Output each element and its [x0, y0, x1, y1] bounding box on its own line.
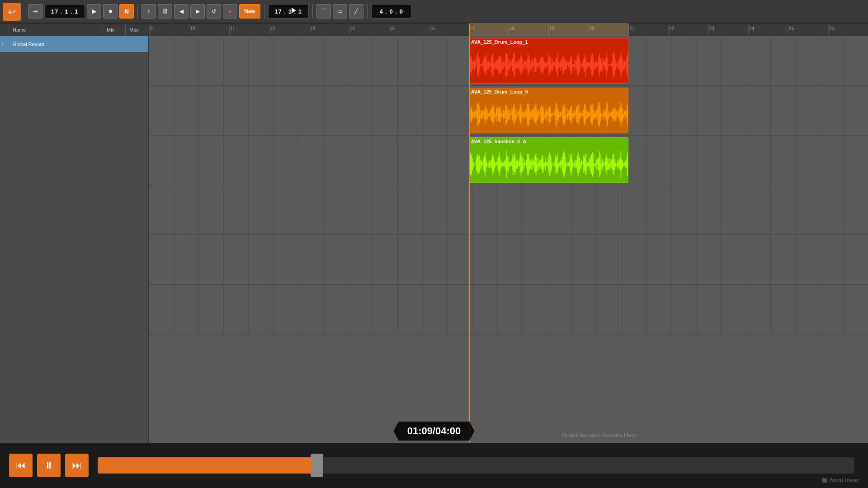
record-button[interactable]: ● [223, 4, 237, 19]
ruler-mark-22: 22 [669, 26, 674, 31]
punch-in-button[interactable]: ⇥ [28, 4, 42, 19]
global-record-row[interactable]: t Global Record [0, 36, 148, 52]
stop-button[interactable]: ■ [103, 4, 118, 19]
progress-thumb[interactable] [311, 454, 323, 477]
min-col-header: Min [103, 23, 126, 36]
ruler-mark-26: 26 [829, 26, 834, 31]
new-button[interactable]: New [239, 4, 260, 19]
ruler-line-14 [349, 23, 349, 36]
ruler-mark-9: 9 [150, 26, 153, 31]
ruler-mark-14: 14 [350, 26, 355, 31]
global-record-label: Global Record [9, 42, 148, 47]
clip-track3[interactable]: AVA_125_bassline_4_A [469, 137, 628, 183]
empty-track-3 [0, 152, 148, 202]
empty-track-5 [0, 251, 148, 301]
bottom-transport-bar: ⏮ ⏸ ⏭ ▣ NonLinear [0, 443, 868, 488]
empty-track-4 [0, 202, 148, 251]
separator-4 [367, 4, 368, 19]
track-bg-track6 [149, 285, 868, 334]
clip-label-track3: AVA_125_bassline_4_A [469, 138, 628, 145]
ruler-line-22 [668, 23, 669, 36]
separator-2 [264, 4, 264, 19]
ruler-mark-23: 23 [709, 26, 714, 31]
ruler-line-26 [828, 23, 829, 36]
drop-zone-text: Drop Files and Devices Here [561, 432, 637, 438]
back-icon: ↩ [8, 6, 16, 17]
ruler-mark-15: 15 [390, 26, 395, 31]
clip-label-track1: AVA_125_Drum_Loop_1 [469, 38, 628, 46]
ruler-mark-25: 25 [789, 26, 794, 31]
clip-track1[interactable]: AVA_125_Drum_Loop_1 [469, 38, 628, 84]
ruler-line-13 [309, 23, 309, 36]
track-lane-track2: AVA_125_Drum_Loop_5 [149, 86, 868, 136]
max-col-header: Max [126, 23, 148, 36]
empty-track-6 [0, 301, 148, 351]
ruler-line-16 [429, 23, 429, 36]
left-panel: Name Min Max t Global Record [0, 23, 149, 443]
separator-1 [137, 4, 138, 19]
ruler-mark-12: 12 [270, 26, 275, 31]
track-lane-track6 [149, 285, 868, 334]
playhead[interactable] [469, 23, 470, 443]
ruler-line-24 [748, 23, 749, 36]
time-display: 01:09/04:00 [394, 422, 475, 441]
track-lane-track1: AVA_125_Drum_Loop_1 [149, 36, 868, 86]
forward-nav-button[interactable]: ▶ [190, 4, 205, 19]
track-bg-track5 [149, 235, 868, 284]
ruler-mark-24: 24 [749, 26, 754, 31]
clip-track2[interactable]: AVA_125_Drum_Loop_5 [469, 88, 628, 133]
position-display-2: 17 . 1 . 1 [268, 4, 309, 19]
ruler-line-21 [628, 23, 629, 36]
add-button[interactable]: + [142, 4, 156, 19]
loop-region[interactable] [469, 23, 628, 36]
empty-track-1 [0, 52, 148, 102]
back-nav-button[interactable]: ◀ [174, 4, 189, 19]
tracks-container: AVA_125_Drum_Loop_1AVA_125_Drum_Loop_5AV… [149, 36, 868, 443]
ruler-line-12 [269, 23, 269, 36]
ruler-line-10 [189, 23, 189, 36]
pause-button[interactable]: ⏸ [37, 454, 61, 477]
ruler-line-11 [229, 23, 230, 36]
record-mode-button[interactable]: N [119, 4, 134, 19]
ruler-line-25 [788, 23, 788, 36]
track-lane-track3: AVA_125_bassline_4_A [149, 136, 868, 185]
logo-text: NonLinear [830, 477, 859, 483]
ruler-mark-13: 13 [310, 26, 315, 31]
value-display: 4 . 0 . 0 [371, 4, 412, 19]
ruler-line-9 [149, 23, 150, 36]
progress-bar[interactable] [98, 457, 854, 474]
play-button[interactable]: ▶ [87, 4, 101, 19]
select-tool-button[interactable]: ⌒ [316, 4, 331, 19]
waveform-track3 [469, 146, 628, 183]
track-lane-track4 [149, 185, 868, 235]
ruler-mark-16: 16 [429, 26, 434, 31]
trim-tool-button[interactable]: ▭ [333, 4, 347, 19]
waveform-track1 [469, 47, 628, 83]
ruler-mark-11: 11 [230, 26, 235, 31]
ruler-line-23 [708, 23, 709, 36]
nonlinear-logo: ▣ NonLinear [822, 477, 859, 483]
skip-forward-button[interactable]: ⏭ [65, 454, 89, 477]
ruler-mark-10: 10 [190, 26, 195, 31]
toolbar: ⇥ 17 . 1 . 1 ▶ ■ N + ⛓ ◀ ▶ ↺ ● New 17 . … [0, 0, 868, 23]
separator-3 [312, 4, 313, 19]
clip-label-track2: AVA_125_Drum_Loop_5 [469, 88, 628, 95]
timeline-area[interactable]: 9101112131415161718192021222324252627 AV… [149, 23, 868, 443]
position-display-1: 17 . 1 . 1 [44, 4, 85, 19]
track-type-col [0, 23, 9, 36]
ruler-mark-21: 21 [629, 26, 634, 31]
left-panel-header: Name Min Max [0, 23, 148, 36]
name-col-header: Name [9, 23, 103, 36]
skip-back-button[interactable]: ⏮ [9, 454, 33, 477]
loop-button[interactable]: ↺ [207, 4, 221, 19]
track-bg-track4 [149, 185, 868, 235]
track-type-indicator: t [0, 42, 9, 47]
ruler-line-15 [389, 23, 389, 36]
link-button[interactable]: ⛓ [158, 4, 172, 19]
empty-track-2 [0, 102, 148, 152]
waveform-track2 [469, 96, 628, 133]
progress-fill [98, 457, 317, 474]
back-button[interactable]: ↩ [3, 3, 21, 21]
track-lane-track5 [149, 235, 868, 285]
draw-tool-button[interactable]: ╱ [349, 4, 363, 19]
